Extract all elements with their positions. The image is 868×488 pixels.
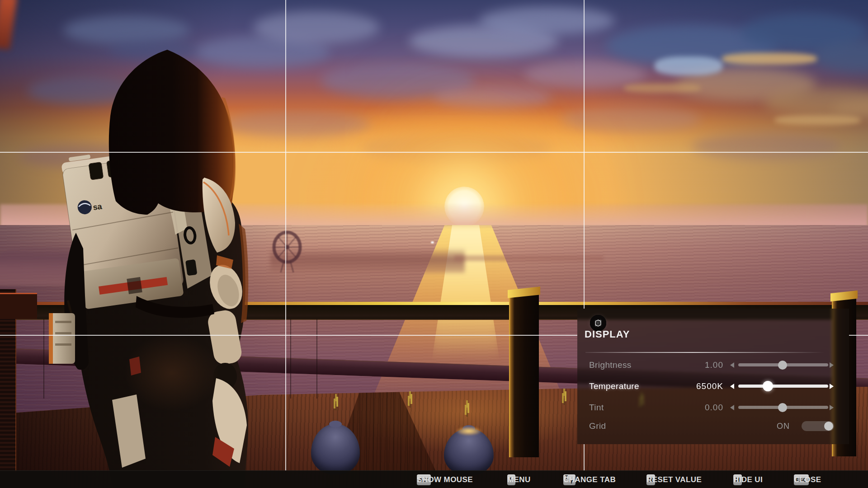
railing-post-center	[509, 295, 539, 457]
hotkey-label: SHOW MOUSE	[417, 475, 473, 484]
grid-toggle[interactable]	[802, 421, 834, 431]
slider-track[interactable]	[738, 406, 828, 409]
hotkey-label: CLOSE	[794, 475, 821, 484]
hotkey-label: RESET VALUE	[646, 475, 702, 484]
grid-line-vertical-2	[584, 0, 585, 309]
cloud	[253, 11, 380, 44]
character-astronaut-back-view: sa	[23, 43, 258, 488]
slider-increase-arrow[interactable]	[830, 405, 834, 410]
setting-value: 6500K	[696, 381, 723, 391]
slider-knob[interactable]	[778, 403, 787, 412]
hotkey-label: HIDE UI	[733, 475, 763, 484]
setting-label: Grid	[589, 421, 606, 431]
setting-label: Brightness	[589, 360, 632, 370]
setting-value: 1.00	[705, 360, 723, 370]
setting-label: Temperature	[589, 381, 639, 391]
railing-cable	[290, 319, 291, 399]
grid-line-horizontal-2b	[849, 335, 868, 336]
hotkey-label: CHANGE TAB	[563, 475, 616, 484]
ferris-wheel-silhouette	[269, 228, 305, 273]
slider-knob[interactable]	[778, 361, 787, 370]
dome-highlight	[456, 427, 482, 436]
settings-rows: Brightness1.00Temperature6500KTint0.00Gr…	[577, 309, 849, 444]
setting-row-tint: Tint0.00	[577, 397, 849, 418]
setting-row-brightness: Brightness1.00	[577, 354, 849, 375]
cloud	[479, 7, 615, 35]
slider-increase-arrow[interactable]	[830, 362, 834, 368]
photo-mode-settings-panel: DISPLAY Brightness1.00Temperature6500KTi…	[577, 309, 849, 444]
cloud	[655, 56, 722, 75]
distant-dock	[454, 255, 604, 261]
plant-sprig	[335, 401, 336, 410]
toggle-knob[interactable]	[824, 422, 833, 431]
setting-label: Tint	[589, 403, 604, 413]
slider-track[interactable]	[738, 363, 828, 366]
cloud	[624, 84, 701, 93]
cloud	[774, 115, 860, 125]
grid-line-horizontal-2	[0, 335, 577, 336]
setting-row-grid: GridON	[577, 416, 849, 436]
plant-sprig	[467, 408, 467, 417]
railing-cable	[316, 319, 317, 399]
photo-mode-screen: sa	[0, 0, 868, 488]
slider-decrease-arrow[interactable]	[730, 362, 734, 368]
plant-sprig	[410, 399, 410, 408]
slider-knob[interactable]	[763, 381, 773, 391]
slider-track[interactable]	[738, 385, 828, 388]
grid-line-vertical-2b	[584, 444, 585, 470]
grid-line-vertical-1	[285, 0, 286, 470]
grid-line-horizontal-1	[0, 152, 868, 153]
cloud	[63, 16, 190, 45]
cloud	[692, 133, 841, 160]
hotkey-label: MENU	[507, 475, 531, 484]
setting-value: 0.00	[705, 403, 723, 413]
setting-row-temperature: Temperature6500K	[577, 375, 849, 397]
slider-decrease-arrow[interactable]	[730, 405, 734, 410]
cloud	[722, 53, 817, 65]
plant-sprig	[564, 396, 565, 405]
backpack-logo-text: sa	[92, 202, 103, 212]
hotkey-bar: ALTSHOW MOUSEFMENUTYCHANGE TABRRESET VAL…	[0, 470, 868, 488]
slider-decrease-arrow[interactable]	[730, 384, 734, 389]
slider-increase-arrow[interactable]	[830, 384, 834, 389]
distant-light	[431, 241, 434, 244]
setting-value: ON	[777, 422, 790, 431]
